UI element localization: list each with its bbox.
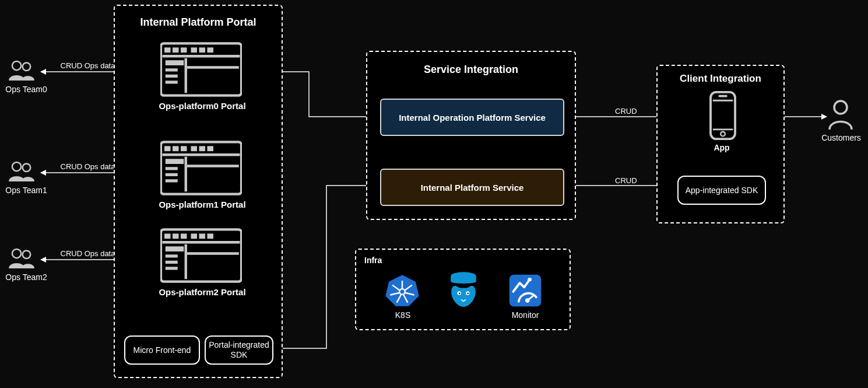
svg-point-8 [12, 61, 21, 70]
svg-rect-44 [173, 233, 179, 239]
internal-op-platform-service: Internal Operation Platform Service [380, 99, 564, 136]
svg-point-74 [459, 293, 461, 295]
kubernetes-icon [385, 273, 420, 308]
svg-rect-36 [166, 159, 184, 164]
infra-title: Infra [364, 256, 382, 265]
svg-rect-52 [166, 261, 178, 264]
k8s-icon [385, 273, 420, 308]
users-icon [6, 58, 37, 83]
app-label: App [658, 143, 786, 152]
mobile-phone-icon [709, 90, 737, 141]
svg-rect-33 [199, 146, 206, 151]
svg-rect-30 [173, 146, 179, 151]
svg-rect-31 [181, 146, 187, 151]
browser-window-icon [160, 141, 242, 195]
edge-label-crud-ops-1: CRUD Ops data [54, 162, 121, 171]
client-integration-container: Client Integration App App-integrated SD… [656, 65, 785, 223]
svg-rect-51 [166, 254, 178, 257]
infra-container: Infra K8S [355, 249, 571, 330]
svg-rect-45 [181, 233, 187, 239]
svg-rect-16 [173, 47, 179, 53]
user-icon [827, 99, 855, 132]
micro-frontend-box: Micro Front-end [124, 335, 200, 365]
monitor-chart-icon [508, 273, 543, 308]
internal-platform-service: Internal Platform Service [380, 169, 564, 206]
svg-rect-37 [166, 167, 178, 170]
monitor-icon [508, 273, 543, 308]
svg-point-77 [528, 278, 532, 282]
customers-icon [827, 99, 855, 132]
postgres-icon [447, 271, 480, 309]
svg-rect-24 [166, 75, 178, 78]
svg-point-11 [23, 164, 31, 172]
portal-title: Internal Platform Portal [115, 16, 282, 29]
portal-item-0 [160, 42, 242, 97]
ops-team-1 [6, 159, 47, 184]
svg-point-61 [834, 101, 847, 114]
svg-rect-19 [199, 47, 206, 53]
svg-rect-53 [166, 267, 178, 270]
k8s-label: K8S [379, 310, 426, 320]
app-sdk-box: App-integrated SDK [677, 176, 766, 205]
svg-rect-39 [166, 179, 178, 182]
svg-rect-47 [199, 233, 206, 239]
portal-sdk-box: Portal-integrated SDK [205, 335, 273, 365]
browser-window-icon [160, 228, 242, 283]
svg-point-75 [468, 293, 469, 295]
ops-team-2 [6, 246, 47, 271]
svg-rect-43 [164, 233, 171, 239]
users-icon [6, 246, 37, 271]
ops-team-0-label: Ops Team0 [0, 85, 52, 94]
customers-label: Customers [815, 133, 867, 142]
edge-label-crud-bottom: CRUD [615, 176, 637, 185]
svg-rect-46 [191, 233, 198, 239]
svg-rect-50 [166, 246, 184, 251]
svg-rect-23 [166, 68, 178, 71]
svg-marker-62 [386, 275, 419, 306]
database-icon [447, 271, 480, 309]
service-integration-title: Service Integration [367, 64, 575, 76]
svg-rect-25 [166, 81, 178, 83]
portal-item-0-label: Ops-platform0 Portal [150, 101, 255, 111]
svg-point-13 [23, 251, 31, 259]
edge-label-crud-top: CRUD [615, 107, 637, 116]
svg-rect-18 [191, 47, 198, 53]
ops-team-1-label: Ops Team1 [0, 186, 52, 195]
svg-rect-34 [208, 146, 214, 151]
svg-rect-32 [191, 146, 198, 151]
client-integration-title: Client Integration [658, 73, 783, 85]
svg-rect-38 [166, 173, 178, 176]
browser-window-icon [160, 42, 242, 97]
svg-point-12 [12, 249, 21, 258]
app-icon [709, 90, 737, 141]
monitor-label: Monitor [502, 310, 549, 320]
svg-point-59 [721, 132, 725, 137]
svg-rect-60 [718, 95, 727, 97]
edge-label-crud-ops-2: CRUD Ops data [54, 249, 121, 258]
portal-item-2 [160, 228, 242, 283]
edge-label-crud-ops-0: CRUD Ops data [54, 61, 121, 70]
svg-rect-20 [208, 47, 214, 53]
svg-point-10 [12, 162, 21, 171]
svg-point-9 [23, 63, 31, 71]
ops-team-0 [6, 58, 47, 83]
portal-item-1-label: Ops-platform1 Portal [150, 200, 255, 209]
portal-container: Internal Platform Portal Ops-platform0 P [114, 5, 283, 378]
users-icon [6, 159, 37, 184]
svg-rect-29 [164, 146, 171, 151]
ops-team-2-label: Ops Team2 [0, 272, 52, 282]
svg-rect-22 [166, 60, 184, 65]
portal-item-2-label: Ops-platform2 Portal [150, 287, 255, 297]
svg-rect-15 [164, 47, 171, 53]
portal-item-1 [160, 141, 242, 195]
svg-rect-17 [181, 47, 187, 53]
svg-rect-48 [208, 233, 214, 239]
service-integration-container: Service Integration Internal Operation P… [366, 51, 576, 220]
